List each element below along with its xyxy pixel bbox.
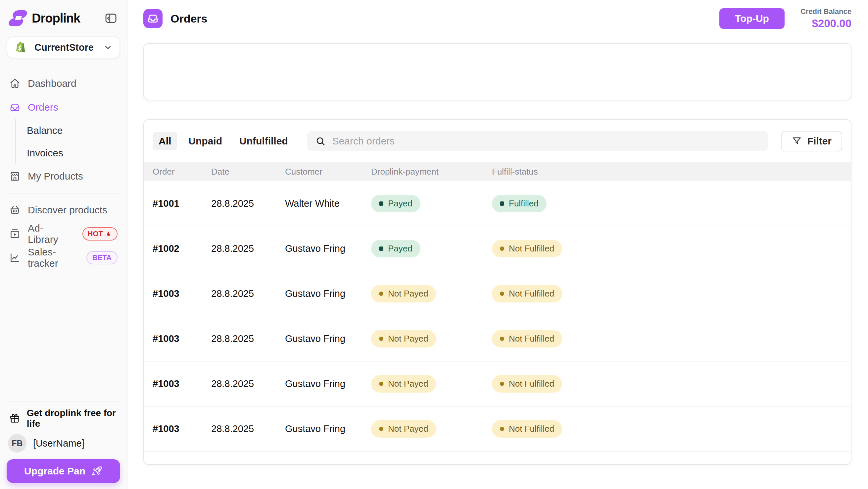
sidebar-item-invoices[interactable]: Invoices bbox=[16, 142, 120, 164]
payment-status-badge: Payed bbox=[371, 195, 421, 212]
sidebar-item-my-products[interactable]: My Products bbox=[7, 164, 120, 188]
sidebar-nav: Dashboard Orders Balance Invoices bbox=[7, 71, 120, 188]
sidebar-item-label: My Products bbox=[28, 171, 83, 182]
column-header-order: Order bbox=[144, 167, 203, 177]
fulfill-status-badge: Not Fulfilled bbox=[492, 285, 562, 303]
search-input[interactable] bbox=[332, 136, 760, 147]
main-content: Orders Top-Up Credit Balance $200.00 All… bbox=[127, 0, 868, 489]
table-row[interactable]: #1002 28.8.2025 Gustavo Fring Payed Not … bbox=[144, 226, 851, 271]
orders-table-footer bbox=[144, 452, 851, 464]
sidebar-item-discover-products[interactable]: Discover products bbox=[7, 198, 120, 222]
table-row[interactable]: #1003 28.8.2025 Gustavo Fring Not Payed … bbox=[144, 316, 851, 362]
credit-balance-label: Credit Balance bbox=[801, 7, 851, 16]
sidebar-item-label: Discover products bbox=[28, 204, 107, 216]
status-dot-icon bbox=[379, 201, 383, 206]
sidebar-divider bbox=[8, 193, 119, 194]
status-dot-icon bbox=[379, 382, 383, 386]
status-dot-icon bbox=[500, 247, 504, 251]
referral-promo-link[interactable]: Get droplink free for life bbox=[7, 407, 120, 430]
order-payment-cell: Not Payed bbox=[363, 330, 483, 348]
order-payment-cell: Not Payed bbox=[363, 420, 483, 438]
status-dot-icon bbox=[500, 201, 504, 206]
orders-toolbar: All Unpaid Unfulfilled Filter bbox=[144, 120, 851, 162]
order-fulfill-cell: Fulfilled bbox=[483, 195, 851, 212]
logo-row: Droplink bbox=[7, 9, 120, 27]
top-up-button[interactable]: Top-Up bbox=[719, 8, 784, 29]
payment-status-badge: Not Payed bbox=[371, 285, 436, 303]
order-date-cell: 28.8.2025 bbox=[203, 198, 276, 209]
status-dot-icon bbox=[379, 247, 383, 251]
sidebar: Droplink CurrentStore bbox=[0, 0, 127, 489]
hot-badge-label: HOT bbox=[88, 230, 103, 238]
order-id-cell: #1002 bbox=[144, 243, 203, 254]
order-customer-cell: Gustavo Fring bbox=[276, 423, 363, 434]
search-box bbox=[307, 131, 768, 151]
droplink-logo-icon bbox=[9, 10, 28, 26]
hot-badge: HOT bbox=[83, 227, 118, 240]
avatar: FB bbox=[8, 434, 27, 453]
order-customer-cell: Gustavo Fring bbox=[276, 288, 363, 299]
fulfill-status-badge: Fulfilled bbox=[492, 195, 547, 212]
line-chart-icon bbox=[9, 252, 21, 263]
sidebar-item-ad-library[interactable]: Ad-Library HOT bbox=[7, 222, 120, 246]
shopify-bag-icon bbox=[14, 40, 28, 54]
basket-icon bbox=[9, 204, 21, 216]
order-payment-cell: Payed bbox=[363, 195, 483, 212]
brand-name: Droplink bbox=[32, 11, 80, 26]
fulfill-status-label: Fulfilled bbox=[509, 198, 538, 209]
upgrade-plan-button[interactable]: Upgrade Pan bbox=[7, 459, 120, 483]
ad-video-icon bbox=[9, 228, 21, 239]
user-menu[interactable]: FB [UserName] bbox=[7, 430, 120, 457]
order-payment-cell: Payed bbox=[363, 240, 483, 257]
column-header-payment: Droplink-payment bbox=[363, 167, 483, 177]
funnel-icon bbox=[792, 136, 802, 146]
tab-unfulfilled[interactable]: Unfulfilled bbox=[234, 132, 294, 150]
sidebar-item-dashboard[interactable]: Dashboard bbox=[7, 71, 120, 95]
status-dot-icon bbox=[500, 427, 504, 431]
sidebar-item-balance[interactable]: Balance bbox=[16, 119, 120, 142]
status-dot-icon bbox=[500, 337, 504, 341]
filter-label: Filter bbox=[807, 136, 832, 147]
sidebar-collapse-button[interactable] bbox=[104, 11, 118, 25]
store-selector[interactable]: CurrentStore bbox=[7, 36, 120, 58]
inbox-icon bbox=[9, 102, 21, 113]
home-icon bbox=[9, 78, 21, 89]
column-header-fulfill: Fulfill-status bbox=[483, 167, 851, 177]
filter-button[interactable]: Filter bbox=[781, 131, 842, 151]
order-payment-cell: Not Payed bbox=[363, 285, 483, 303]
payment-status-badge: Not Payed bbox=[371, 330, 436, 348]
order-id-cell: #1003 bbox=[144, 333, 203, 344]
table-row[interactable]: #1003 28.8.2025 Gustavo Fring Not Payed … bbox=[144, 362, 851, 406]
sidebar-tools: Discover products Ad-Library HOT Sales bbox=[7, 198, 120, 270]
orders-page-icon bbox=[143, 9, 162, 28]
payment-status-label: Not Payed bbox=[388, 289, 428, 299]
table-row[interactable]: #1003 28.8.2025 Gustavo Fring Not Payed … bbox=[144, 271, 851, 316]
status-dot-icon bbox=[379, 337, 383, 341]
order-customer-cell: Gustavo Fring bbox=[276, 378, 363, 389]
gift-icon bbox=[9, 412, 20, 425]
fulfill-status-label: Not Fulfilled bbox=[509, 424, 554, 434]
table-row[interactable]: #1003 28.8.2025 Gustavo Fring Not Payed … bbox=[144, 406, 851, 452]
column-header-customer: Customer bbox=[276, 167, 363, 177]
order-date-cell: 28.8.2025 bbox=[203, 423, 276, 434]
sidebar-item-sales-tracker[interactable]: Sales-tracker BETA bbox=[7, 246, 120, 270]
tab-unpaid[interactable]: Unpaid bbox=[182, 132, 228, 150]
sidebar-item-label: Orders bbox=[28, 102, 58, 113]
order-customer-cell: Gustavo Fring bbox=[276, 333, 363, 344]
sidebar-item-label: Invoices bbox=[27, 147, 63, 159]
order-id-cell: #1003 bbox=[144, 288, 203, 299]
tab-all[interactable]: All bbox=[153, 132, 177, 150]
status-dot-icon bbox=[500, 382, 504, 386]
order-date-cell: 28.8.2025 bbox=[203, 243, 276, 254]
orders-table-header: Order Date Customer Droplink-payment Ful… bbox=[144, 162, 851, 181]
order-customer-cell: Gustavo Fring bbox=[276, 243, 363, 254]
table-row[interactable]: #1001 28.8.2025 Walter White Payed Fulfi… bbox=[144, 181, 851, 226]
sidebar-item-label: Balance bbox=[27, 125, 63, 136]
sidebar-item-orders[interactable]: Orders bbox=[7, 95, 120, 119]
fulfill-status-badge: Not Fulfilled bbox=[492, 330, 562, 348]
payment-status-label: Not Payed bbox=[388, 424, 428, 434]
store-name: CurrentStore bbox=[34, 42, 94, 53]
order-date-cell: 28.8.2025 bbox=[203, 333, 276, 344]
column-header-date: Date bbox=[203, 167, 276, 177]
order-fulfill-cell: Not Fulfilled bbox=[483, 420, 851, 438]
